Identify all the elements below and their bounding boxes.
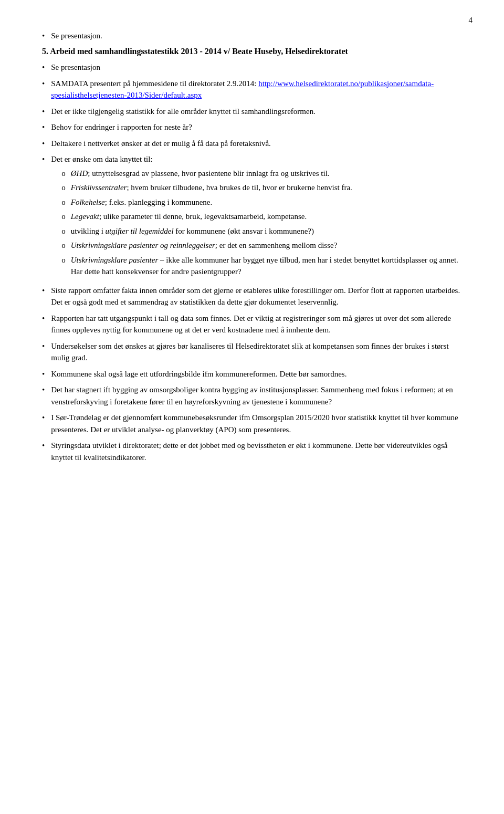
- sub-bullet-list: ØHD; utnyttelsesgrad av plassene, hvor p…: [61, 168, 462, 278]
- page-container: 4 • Se presentasjon. 5. Arbeid med samha…: [0, 0, 504, 499]
- bullet-text: Kommunene skal også lage ett utfordrings…: [51, 368, 462, 380]
- list-item: Se presentasjon: [42, 61, 462, 74]
- section-number: 5.: [42, 47, 50, 56]
- italic-text: Utskrivningsklare pasienter: [71, 256, 159, 264]
- sub-bullet-text: Folkehelse; f.eks. planlegging i kommune…: [71, 196, 462, 208]
- bullet-text: Det er ønske om data knyttet til: ØHD; u…: [51, 153, 462, 280]
- italic-text: Legevakt: [71, 212, 99, 221]
- bullet-text: Styringsdata utviklet i direktoratet; de…: [51, 440, 462, 463]
- bullet-text: Rapporten har tatt utgangspunkt i tall o…: [51, 312, 462, 336]
- list-item: Rapporten har tatt utgangspunkt i tall o…: [42, 312, 462, 336]
- list-item: Styringsdata utviklet i direktoratet; de…: [42, 440, 462, 463]
- sub-bullet-text: Frisklivssentraler; hvem bruker tilbuden…: [71, 182, 462, 194]
- bullet-text: Behov for endringer i rapporten for nest…: [51, 121, 462, 133]
- bullet-text: SAMDATA presentert på hjemmesidene til d…: [51, 78, 462, 101]
- italic-text: Folkehelse: [71, 198, 105, 206]
- intro-text: Se presentasjon.: [51, 32, 102, 40]
- bullet-text: Undersøkelser som det ønskes at gjøres b…: [51, 340, 462, 364]
- list-item: Undersøkelser som det ønskes at gjøres b…: [42, 340, 462, 364]
- list-item: Det er ønske om data knyttet til: ØHD; u…: [42, 153, 462, 280]
- italic-text: Frisklivssentraler: [71, 183, 127, 192]
- sub-list-item: utvikling i utgifter til legemiddel for …: [61, 225, 462, 237]
- helsedirektoratet-link[interactable]: http://www.helsedirektoratet.no/publikas…: [51, 79, 434, 100]
- section-heading: 5. Arbeid med samhandlingsstatestikk 201…: [42, 47, 462, 56]
- list-item: Det har stagnert ift bygging av omsorgsb…: [42, 384, 462, 408]
- sub-list-item: Frisklivssentraler; hvem bruker tilbuden…: [61, 182, 462, 194]
- bullet-text: Det er ikke tilgjengelig statistikk for …: [51, 106, 462, 118]
- italic-text: utgifter til legemiddel: [106, 227, 174, 235]
- page-number: 4: [469, 16, 473, 25]
- sub-list-item: Utskrivningsklare pasienter og reinnlegg…: [61, 239, 462, 252]
- sub-list-item: ØHD; utnyttelsesgrad av plassene, hvor p…: [61, 168, 462, 180]
- bullet-text: Siste rapport omfatter fakta innen områd…: [51, 285, 462, 308]
- bullet-text: Deltakere i nettverket ønsker at det er …: [51, 138, 462, 150]
- intro-bullet: • Se presentasjon.: [42, 32, 462, 40]
- list-item: I Sør-Trøndelag er det gjennomført kommu…: [42, 412, 462, 435]
- sub-list-item: Folkehelse; f.eks. planlegging i kommune…: [61, 196, 462, 208]
- list-item: SAMDATA presentert på hjemmesidene til d…: [42, 78, 462, 101]
- sub-list-item: Utskrivningsklare pasienter – ikke alle …: [61, 254, 462, 278]
- sub-bullet-text: ØHD; utnyttelsesgrad av plassene, hvor p…: [71, 168, 462, 180]
- list-item: Siste rapport omfatter fakta innen områd…: [42, 285, 462, 308]
- sub-list-item: Legevakt; ulike parameter til denne, bru…: [61, 211, 462, 223]
- heading-section: 5. Arbeid med samhandlingsstatestikk 201…: [42, 47, 462, 56]
- sub-bullet-text: Utskrivningsklare pasienter – ikke alle …: [71, 254, 462, 278]
- italic-text: Utskrivningsklare pasienter og reinnlegg…: [71, 241, 215, 249]
- sub-bullet-text: utvikling i utgifter til legemiddel for …: [71, 225, 462, 237]
- main-bullet-list: Se presentasjon SAMDATA presentert på hj…: [42, 61, 462, 463]
- bullet-text: I Sør-Trøndelag er det gjennomført kommu…: [51, 412, 462, 435]
- sub-bullet-text: Utskrivningsklare pasienter og reinnlegg…: [71, 239, 462, 252]
- section-title: Arbeid med samhandlingsstatestikk 2013 -…: [50, 47, 348, 56]
- italic-text: ØHD: [71, 169, 88, 178]
- list-item: Deltakere i nettverket ønsker at det er …: [42, 138, 462, 150]
- bullet-text: Det har stagnert ift bygging av omsorgsb…: [51, 384, 462, 408]
- bullet-text: Se presentasjon: [51, 61, 462, 74]
- list-item: Behov for endringer i rapporten for nest…: [42, 121, 462, 133]
- sub-bullet-text: Legevakt; ulike parameter til denne, bru…: [71, 211, 462, 223]
- list-item: Det er ikke tilgjengelig statistikk for …: [42, 106, 462, 118]
- list-item: Kommunene skal også lage ett utfordrings…: [42, 368, 462, 380]
- intro-section: • Se presentasjon.: [42, 32, 462, 40]
